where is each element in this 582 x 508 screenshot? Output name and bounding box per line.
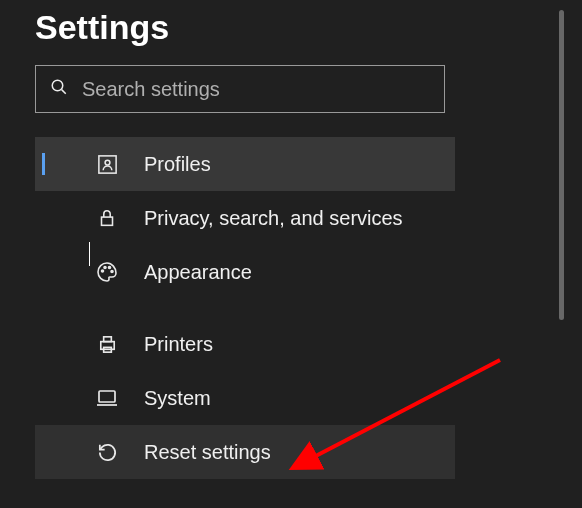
sidebar-item-system[interactable]: System [35,371,455,425]
scrollbar[interactable] [559,0,564,508]
page-title: Settings [35,8,582,47]
svg-point-0 [52,80,63,91]
search-box[interactable] [35,65,445,113]
sidebar-item-privacy[interactable]: Privacy, search, and services [35,191,455,245]
sidebar-item-label: System [144,387,211,410]
svg-rect-10 [103,336,111,341]
sidebar-list: Profiles Privacy, search, and services [35,137,455,479]
search-input[interactable] [82,78,430,101]
sidebar-item-label: Privacy, search, and services [144,207,403,230]
sidebar-item-printers[interactable]: Printers [35,317,455,371]
sidebar-item-label: Appearance [144,261,252,284]
svg-point-3 [105,160,110,165]
palette-icon [94,259,120,285]
sidebar-item-label: Reset settings [144,441,271,464]
lock-icon [94,205,120,231]
svg-point-6 [104,267,106,269]
sidebar-item-label: Profiles [144,153,211,176]
reset-icon [94,439,120,465]
settings-panel: Settings Profiles [0,0,582,479]
laptop-icon [94,385,120,411]
sidebar-item-label: Printers [144,333,213,356]
svg-rect-4 [102,217,113,225]
svg-point-5 [102,270,104,272]
printer-icon [94,331,120,357]
svg-rect-12 [99,391,115,402]
search-icon [50,78,68,100]
sidebar-item-appearance[interactable]: Appearance [35,245,455,299]
sidebar-item-profiles[interactable]: Profiles [35,137,455,191]
scrollbar-thumb[interactable] [559,10,564,320]
svg-point-7 [109,267,111,269]
person-rect-icon [94,151,120,177]
svg-line-1 [62,90,66,94]
svg-point-8 [111,271,113,273]
sidebar-item-reset[interactable]: Reset settings [35,425,455,479]
